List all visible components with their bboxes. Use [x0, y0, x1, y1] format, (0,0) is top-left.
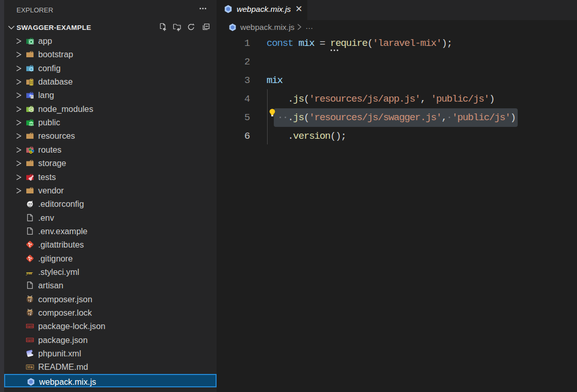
svg-text:文: 文: [31, 95, 34, 99]
svg-text:M: M: [27, 365, 30, 370]
svg-text:npm: npm: [27, 338, 33, 341]
svg-text:npm: npm: [27, 325, 33, 328]
svg-text:JS: JS: [29, 108, 33, 111]
